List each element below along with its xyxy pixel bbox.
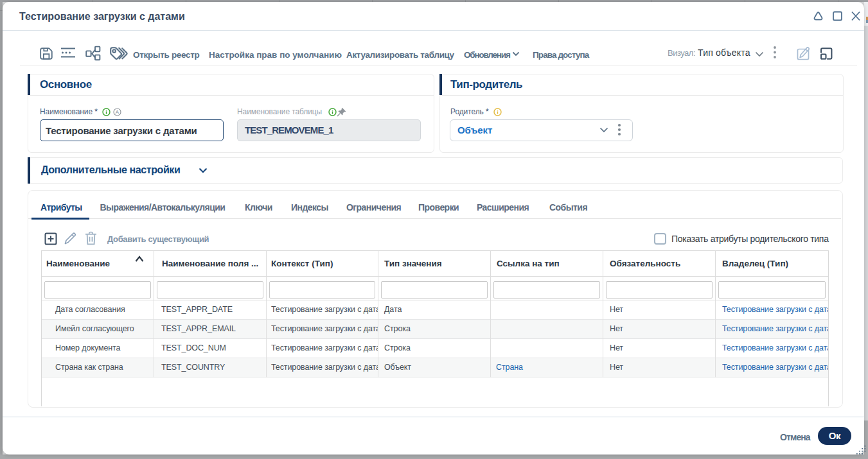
svg-text:A: A: [116, 109, 120, 115]
